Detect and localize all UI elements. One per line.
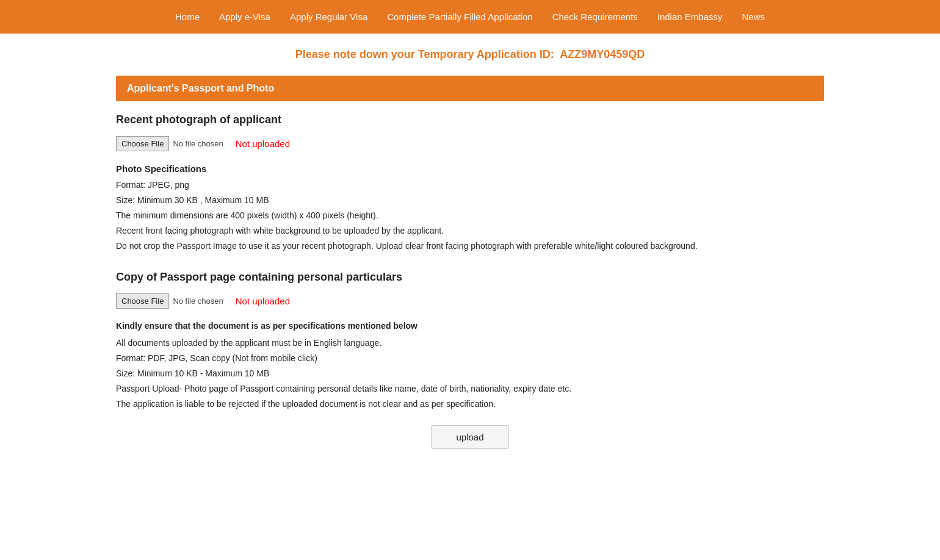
photo-no-file-text: No file chosen	[173, 139, 223, 148]
photo-file-label[interactable]: Choose File No file chosen	[116, 136, 223, 151]
photo-spec-list: Format: JPEG, png Size: Minimum 30 KB , …	[116, 179, 824, 253]
doc-spec-list: All documents uploaded by the applicant …	[116, 337, 824, 411]
passport-no-file-text: No file chosen	[173, 296, 223, 306]
nav-regular-visa[interactable]: Apply Regular Visa	[290, 12, 367, 22]
nav-complete-partial[interactable]: Complete Partially Filled Application	[387, 12, 532, 22]
passport-choose-file-btn[interactable]: Choose File	[116, 293, 169, 309]
temp-id-prefix: Please note down your Temporary Applicat…	[295, 48, 554, 60]
upload-button-wrap: upload	[116, 425, 824, 449]
passport-section-title: Copy of Passport page containing persona…	[116, 271, 824, 284]
photo-spec-4: Recent front facing photograph with whit…	[116, 224, 824, 237]
photo-spec-heading: Photo Specifications	[116, 163, 824, 174]
doc-spec-4: Passport Upload- Photo page of Passport …	[116, 382, 824, 395]
main-nav: Home Apply e-Visa Apply Regular Visa Com…	[0, 0, 940, 34]
doc-spec-1: All documents uploaded by the applicant …	[116, 337, 824, 350]
temp-id-bar: Please note down your Temporary Applicat…	[116, 48, 824, 61]
nav-home[interactable]: Home	[175, 12, 200, 22]
photo-upload-row: Choose File No file chosen Not uploaded	[116, 136, 824, 151]
page-content: Please note down your Temporary Applicat…	[104, 34, 836, 486]
passport-file-label[interactable]: Choose File No file chosen	[116, 293, 223, 309]
photo-section-title: Recent photograph of applicant	[116, 113, 824, 126]
photo-choose-file-btn[interactable]: Choose File	[116, 136, 169, 151]
photo-spec-5: Do not crop the Passport Image to use it…	[116, 240, 824, 253]
doc-spec-5: The application is liable to be rejected…	[116, 398, 824, 411]
photo-spec-1: Format: JPEG, png	[116, 179, 824, 192]
nav-news[interactable]: News	[742, 12, 765, 22]
temp-id-value: AZZ9MY0459QD	[560, 48, 645, 60]
passport-upload-row: Choose File No file chosen Not uploaded	[116, 293, 824, 309]
photo-spec-2: Size: Minimum 30 KB , Maximum 10 MB	[116, 194, 824, 207]
nav-evisa[interactable]: Apply e-Visa	[219, 12, 270, 22]
nav-check-requirements[interactable]: Check Requirements	[552, 12, 638, 22]
passport-not-uploaded-status: Not uploaded	[236, 296, 290, 306]
doc-note: Kindly ensure that the document is as pe…	[116, 321, 824, 331]
section-header: Applicant's Passport and Photo	[116, 76, 824, 101]
photo-not-uploaded-status: Not uploaded	[236, 138, 290, 149]
photo-spec-3: The minimum dimensions are 400 pixels (w…	[116, 209, 824, 222]
nav-indian-embassy[interactable]: Indian Embassy	[657, 12, 723, 22]
passport-section: Copy of Passport page containing persona…	[116, 271, 824, 411]
doc-spec-3: Size: Minimum 10 KB - Maximum 10 MB	[116, 367, 824, 380]
doc-spec-2: Format: PDF, JPG, Scan copy (Not from mo…	[116, 352, 824, 365]
upload-button[interactable]: upload	[431, 425, 508, 449]
